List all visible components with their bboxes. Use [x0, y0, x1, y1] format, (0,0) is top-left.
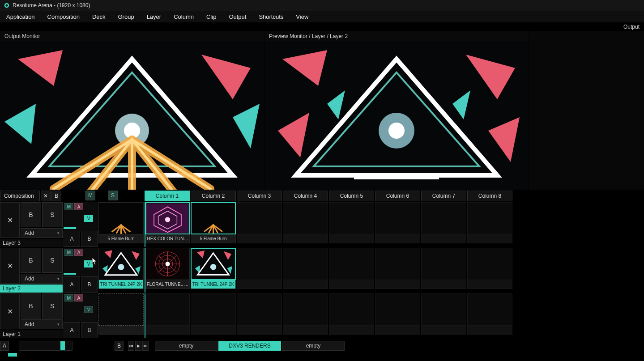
deck-tab-2[interactable]: empty	[282, 341, 345, 351]
menu-output[interactable]: Output	[222, 13, 252, 20]
layer-bus-a-button[interactable]: A	[64, 276, 80, 293]
clip-thumbnail[interactable]	[145, 202, 190, 234]
menu-shortcuts[interactable]: Shortcuts	[252, 13, 290, 20]
clip-thumbnail[interactable]	[145, 248, 190, 280]
empty-clip-slot[interactable]	[329, 202, 374, 234]
empty-clip-slot[interactable]	[283, 248, 328, 280]
layer-a-toggle[interactable]: A	[74, 294, 83, 302]
layer-name-label[interactable]: Layer 1	[0, 330, 63, 338]
deck-tab-1[interactable]: DXV3 RENDERS	[218, 341, 281, 351]
empty-clip-slot[interactable]	[375, 202, 420, 234]
column-8-button[interactable]: Column 8	[467, 191, 512, 201]
empty-clip-slot[interactable]	[237, 248, 282, 280]
layer-m-toggle[interactable]: M	[64, 294, 73, 302]
menu-view[interactable]: View	[290, 13, 315, 20]
layer-v-toggle[interactable]: V	[84, 306, 93, 313]
composition-b-button[interactable]: B	[51, 191, 61, 201]
layer-close-button[interactable]: ✕	[0, 248, 20, 284]
layer-blend-dropdown[interactable]: Add	[21, 228, 63, 238]
layer-b-button[interactable]: B	[21, 248, 41, 273]
layer-bus-a-button[interactable]: A	[64, 322, 80, 338]
empty-clip-slot[interactable]	[283, 293, 328, 326]
menu-clip[interactable]: Clip	[200, 13, 222, 20]
layer-bus-b-button[interactable]: B	[81, 276, 98, 293]
empty-clip-slot[interactable]	[375, 293, 420, 326]
empty-clip-slot[interactable]	[421, 248, 466, 280]
empty-clip-slot[interactable]	[467, 248, 512, 280]
menu-composition[interactable]: Composition	[41, 13, 86, 20]
layer-preview-clip[interactable]	[98, 248, 144, 280]
deck-tab-0[interactable]: empty	[155, 341, 218, 351]
layer-opacity-slider[interactable]	[64, 227, 76, 229]
layer-a-toggle[interactable]: A	[74, 203, 83, 210]
layer-m-toggle[interactable]: M	[64, 203, 73, 210]
empty-clip-slot[interactable]	[467, 202, 512, 234]
deck-b-button[interactable]: B	[115, 341, 124, 351]
clip-label	[467, 234, 512, 243]
column-2-button[interactable]: Column 2	[191, 191, 236, 201]
transport-prev-button[interactable]: ⏮	[128, 341, 134, 351]
layer-v-toggle[interactable]: V	[84, 215, 93, 222]
clip-thumbnail[interactable]	[191, 202, 236, 234]
layer-b-button[interactable]: B	[21, 202, 41, 227]
output-label[interactable]: Output	[623, 24, 640, 30]
clip-label	[283, 234, 328, 243]
layer-close-button[interactable]: ✕	[0, 202, 20, 238]
layer-opacity-slider[interactable]	[64, 273, 76, 275]
empty-clip-slot[interactable]	[237, 293, 282, 326]
clip-label	[283, 280, 328, 289]
layer-b-button[interactable]: B	[21, 293, 41, 319]
layer-bus-b-button[interactable]: B	[81, 231, 98, 247]
empty-clip-slot[interactable]	[329, 293, 374, 326]
layer-a-toggle[interactable]: A	[74, 249, 83, 256]
composition-label[interactable]: Composition	[0, 191, 40, 201]
deck-crossfader[interactable]	[19, 341, 73, 351]
menu-column[interactable]: Column	[167, 13, 200, 20]
menu-layer[interactable]: Layer	[141, 13, 168, 20]
layer-name-label[interactable]: Layer 3	[0, 239, 63, 247]
layer-close-button[interactable]: ✕	[0, 293, 20, 329]
empty-clip-slot[interactable]	[283, 202, 328, 234]
empty-clip-slot[interactable]	[329, 248, 374, 280]
clip-label	[375, 326, 420, 335]
layer-preview-empty[interactable]	[98, 293, 144, 326]
empty-clip-slot[interactable]	[145, 293, 190, 326]
column-6-button[interactable]: Column 6	[375, 191, 420, 201]
empty-clip-slot[interactable]	[421, 202, 466, 234]
layer-block-layer-1: ✕BSAddLayer 1MAVAB	[0, 293, 644, 338]
clip-thumbnail[interactable]	[191, 248, 236, 280]
menu-application[interactable]: Application	[0, 13, 41, 20]
transport-play-button[interactable]: ▶	[135, 341, 141, 351]
layer-blend-dropdown[interactable]: Add	[21, 274, 63, 284]
column-3-button[interactable]: Column 3	[237, 191, 282, 201]
app-logo-icon	[4, 2, 10, 8]
column-4-button[interactable]: Column 4	[283, 191, 328, 201]
layer-preview-clip[interactable]	[98, 202, 144, 234]
layer-s-button[interactable]: S	[42, 293, 63, 319]
preview-monitor-view[interactable]	[264, 41, 529, 190]
menu-group[interactable]: Group	[112, 13, 141, 20]
column-5-button[interactable]: Column 5	[329, 191, 374, 201]
empty-clip-slot[interactable]	[191, 293, 236, 326]
layer-bus-b-button[interactable]: B	[81, 322, 98, 338]
empty-clip-slot[interactable]	[467, 293, 512, 326]
empty-clip-slot[interactable]	[237, 202, 282, 234]
crossfader-handle[interactable]	[60, 341, 65, 350]
column-7-button[interactable]: Column 7	[421, 191, 466, 201]
empty-clip-slot[interactable]	[421, 293, 466, 326]
composition-mute-button[interactable]: M	[85, 191, 95, 200]
layer-s-button[interactable]: S	[42, 202, 63, 227]
transport-next-button[interactable]: ⏭	[142, 341, 149, 351]
output-monitor-view[interactable]	[0, 41, 264, 190]
deck-a-button[interactable]: A	[0, 341, 9, 351]
composition-solo-button[interactable]: S	[108, 191, 118, 200]
empty-clip-slot[interactable]	[375, 248, 420, 280]
composition-close-button[interactable]: ✕	[41, 191, 51, 201]
layer-name-label[interactable]: Layer 2	[0, 285, 63, 293]
layer-blend-dropdown[interactable]: Add	[21, 319, 63, 329]
layer-s-button[interactable]: S	[42, 248, 63, 273]
column-1-button[interactable]: Column 1	[145, 191, 190, 201]
layer-m-toggle[interactable]: M	[64, 249, 73, 256]
menu-deck[interactable]: Deck	[86, 13, 112, 20]
layer-bus-a-button[interactable]: A	[64, 231, 80, 247]
